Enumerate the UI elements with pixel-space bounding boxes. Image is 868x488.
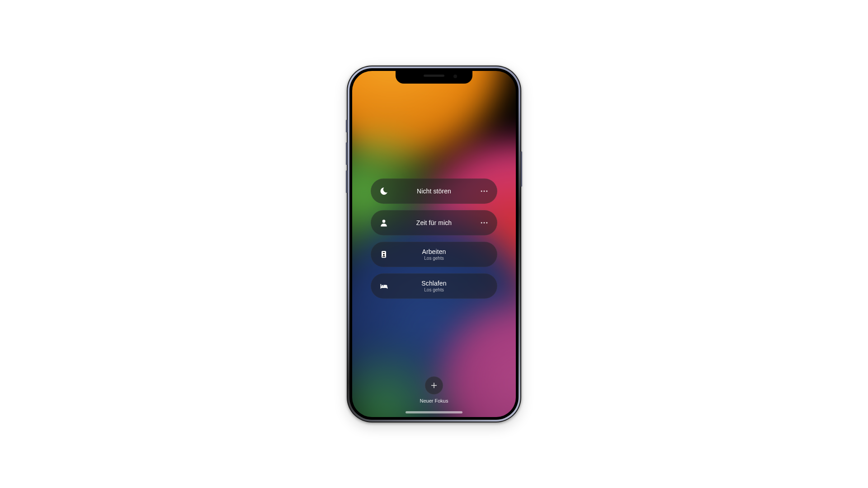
new-focus-button[interactable] bbox=[425, 376, 443, 394]
focus-item-label: Schlafen bbox=[389, 280, 479, 287]
volume-down-button bbox=[346, 170, 347, 193]
focus-item-label-wrap: Zeit für mich bbox=[389, 219, 479, 226]
focus-item-label-wrap: Arbeiten Los gehts bbox=[389, 248, 479, 261]
svg-point-6 bbox=[486, 222, 487, 224]
svg-rect-8 bbox=[383, 252, 385, 253]
focus-item-label: Arbeiten bbox=[389, 248, 479, 255]
focus-item-subtitle: Los gehts bbox=[389, 256, 479, 261]
svg-point-4 bbox=[481, 222, 482, 224]
focus-item-label: Nicht stören bbox=[389, 188, 479, 195]
focus-item-sleep[interactable]: Schlafen Los gehts bbox=[371, 273, 497, 299]
more-button[interactable] bbox=[479, 218, 489, 228]
stage: Nicht stören Zeit für mich bbox=[0, 0, 868, 488]
focus-item-subtitle: Los gehts bbox=[389, 287, 479, 293]
svg-point-5 bbox=[484, 222, 485, 224]
plus-icon bbox=[430, 381, 438, 389]
person-icon bbox=[379, 218, 389, 228]
svg-rect-10 bbox=[382, 256, 385, 257]
more-button[interactable] bbox=[479, 186, 489, 196]
focus-item-label-wrap: Nicht stören bbox=[389, 188, 479, 195]
svg-point-1 bbox=[484, 191, 485, 192]
focus-item-work[interactable]: Arbeiten Los gehts bbox=[371, 242, 497, 267]
svg-point-3 bbox=[382, 220, 386, 223]
screen: Nicht stören Zeit für mich bbox=[352, 71, 516, 417]
svg-point-0 bbox=[481, 191, 482, 192]
svg-point-9 bbox=[383, 254, 385, 256]
new-focus-label: Neuer Fokus bbox=[420, 398, 448, 404]
notch bbox=[396, 71, 472, 84]
mute-switch bbox=[346, 120, 347, 132]
new-focus-area: Neuer Fokus bbox=[352, 376, 516, 404]
focus-item-label-wrap: Schlafen Los gehts bbox=[389, 280, 479, 293]
power-button bbox=[521, 151, 522, 187]
home-indicator[interactable] bbox=[406, 411, 462, 413]
focus-item-personal[interactable]: Zeit für mich bbox=[371, 210, 497, 235]
svg-point-11 bbox=[382, 285, 383, 286]
svg-point-2 bbox=[486, 191, 487, 192]
focus-panel: Nicht stören Zeit für mich bbox=[352, 71, 516, 417]
focus-item-label: Zeit für mich bbox=[389, 219, 479, 226]
bed-icon bbox=[379, 281, 389, 291]
focus-list: Nicht stören Zeit für mich bbox=[371, 178, 497, 299]
focus-item-do-not-disturb[interactable]: Nicht stören bbox=[371, 178, 497, 204]
phone-frame: Nicht stören Zeit für mich bbox=[347, 66, 521, 422]
moon-icon bbox=[379, 186, 389, 196]
volume-up-button bbox=[346, 142, 347, 165]
badge-icon bbox=[379, 249, 389, 259]
